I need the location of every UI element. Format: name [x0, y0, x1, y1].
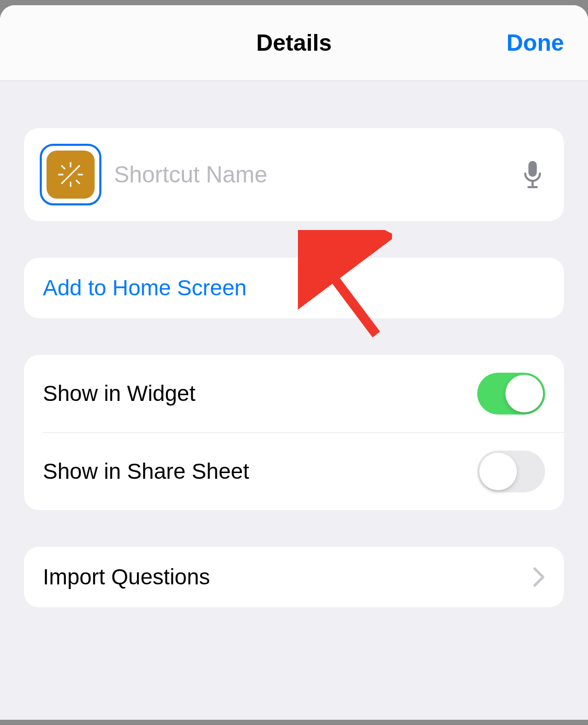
- svg-line-0: [66, 168, 78, 180]
- content: Add to Home Screen Show in Widget Show i…: [0, 81, 588, 607]
- done-button[interactable]: Done: [506, 30, 564, 56]
- chevron-right-icon: [533, 567, 545, 588]
- shortcut-icon-button[interactable]: [40, 144, 101, 205]
- shortcut-name-input[interactable]: [114, 162, 517, 188]
- svg-line-6: [76, 180, 79, 183]
- modal-backdrop: Details Done: [0, 0, 588, 725]
- svg-rect-9: [528, 161, 537, 177]
- show-in-widget-row: Show in Widget: [24, 355, 564, 432]
- show-in-share-sheet-label: Show in Share Sheet: [43, 459, 260, 484]
- magic-wand-icon: [47, 151, 95, 199]
- import-group: Import Questions: [24, 547, 564, 607]
- show-in-widget-label: Show in Widget: [43, 381, 260, 406]
- nav-bar: Details Done: [0, 5, 588, 81]
- import-questions-button[interactable]: Import Questions: [24, 547, 564, 607]
- dictation-button[interactable]: [517, 159, 548, 190]
- shortcut-name-row: [24, 128, 564, 221]
- import-questions-label: Import Questions: [43, 565, 288, 590]
- svg-line-8: [76, 166, 79, 169]
- show-in-share-sheet-toggle[interactable]: [477, 451, 545, 492]
- microphone-icon: [522, 160, 543, 189]
- show-in-widget-toggle[interactable]: [477, 373, 545, 415]
- shortcut-identity-group: [24, 128, 564, 221]
- home-screen-group: Add to Home Screen: [24, 258, 564, 318]
- page-title: Details: [256, 30, 331, 56]
- details-sheet: Details Done: [0, 5, 588, 720]
- show-in-share-sheet-row: Show in Share Sheet: [24, 433, 564, 510]
- svg-line-5: [62, 166, 65, 169]
- visibility-group: Show in Widget Show in Share Sheet: [24, 355, 564, 510]
- svg-line-7: [62, 180, 65, 183]
- add-to-home-screen-button[interactable]: Add to Home Screen: [24, 258, 564, 318]
